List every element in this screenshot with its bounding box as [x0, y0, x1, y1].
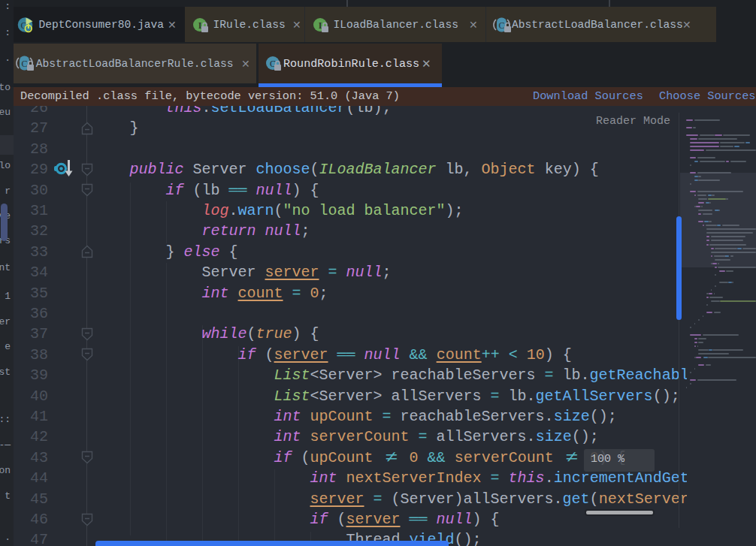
svg-text:I: I	[319, 20, 322, 31]
svg-text:C: C	[21, 59, 27, 69]
svg-text:C: C	[498, 20, 504, 31]
svg-text:I: I	[198, 20, 202, 31]
